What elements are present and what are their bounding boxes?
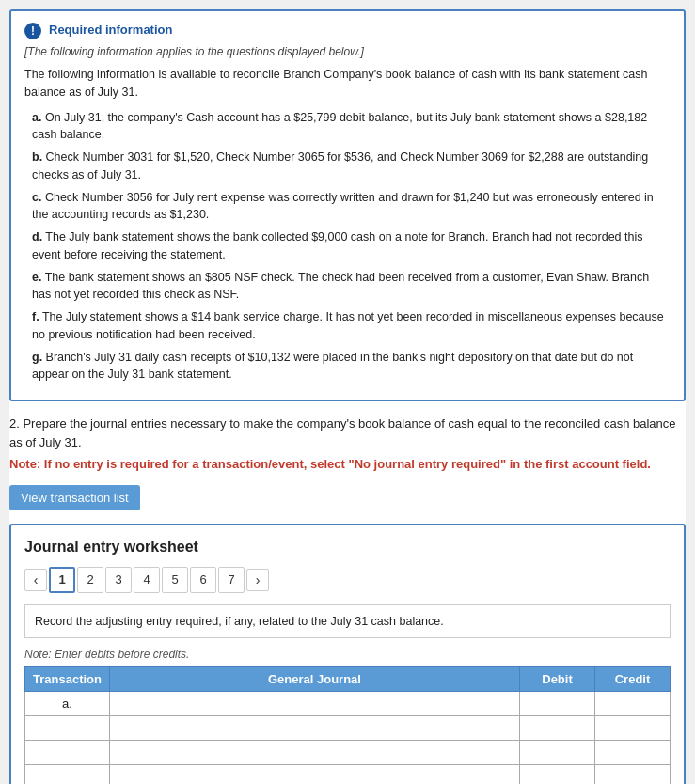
debit-input-cell-2[interactable] xyxy=(520,716,595,741)
journal-input-cell-4[interactable] xyxy=(109,765,519,784)
info-list: a. On July 31, the company's Cash accoun… xyxy=(24,109,671,384)
debit-input-cell-4[interactable] xyxy=(520,765,595,784)
credit-input-3[interactable] xyxy=(595,741,670,764)
credit-input-cell-1[interactable] xyxy=(595,692,671,716)
page-btn-1[interactable]: 1 xyxy=(49,567,75,593)
list-text-d: The July bank statement shows the bank c… xyxy=(32,230,642,261)
credit-input-cell-3[interactable] xyxy=(595,741,671,765)
table-row: a. xyxy=(25,692,671,716)
page-btn-6[interactable]: 6 xyxy=(190,567,216,593)
page-btn-4[interactable]: 4 xyxy=(134,567,160,593)
journal-input-cell-1[interactable] xyxy=(109,692,519,716)
col-credit: Credit xyxy=(595,667,671,692)
required-info-subtitle: [The following information applies to th… xyxy=(24,45,671,58)
debit-input-cell-3[interactable] xyxy=(520,741,595,765)
journal-input-cell-3[interactable] xyxy=(109,741,519,765)
credit-input-2[interactable] xyxy=(595,716,670,740)
col-transaction: Transaction xyxy=(25,667,110,692)
journal-input-cell-2[interactable] xyxy=(109,716,519,741)
pagination-prev[interactable]: ‹ xyxy=(24,569,47,591)
list-label-g: g. xyxy=(32,351,42,364)
col-debit: Debit xyxy=(520,667,595,692)
debit-input-3[interactable] xyxy=(520,741,594,764)
page-btn-2[interactable]: 2 xyxy=(77,567,103,593)
credit-input-4[interactable] xyxy=(595,765,670,784)
page-btn-5[interactable]: 5 xyxy=(162,567,188,593)
list-item: b. Check Number 3031 for $1,520, Check N… xyxy=(32,149,671,184)
journal-input-1[interactable] xyxy=(110,692,519,715)
table-row xyxy=(25,741,671,765)
trans-label-3 xyxy=(25,741,110,765)
col-general-journal: General Journal xyxy=(109,667,519,692)
list-text-c: Check Number 3056 for July rent expense … xyxy=(32,191,654,222)
page-btn-3[interactable]: 3 xyxy=(105,567,132,593)
list-item: g. Branch's July 31 daily cash receipts … xyxy=(32,349,671,384)
trans-label-4 xyxy=(25,765,110,784)
list-label-e: e. xyxy=(32,271,41,284)
credit-input-cell-2[interactable] xyxy=(595,716,671,741)
list-item: c. Check Number 3056 for July rent expen… xyxy=(32,189,671,225)
journal-input-4[interactable] xyxy=(110,765,519,784)
question-section: 2. Prepare the journal entries necessary… xyxy=(9,415,686,474)
list-text-g: Branch's July 31 daily cash receipts of … xyxy=(32,351,633,382)
debit-input-2[interactable] xyxy=(520,716,594,740)
journal-input-2[interactable] xyxy=(110,716,519,740)
pagination: ‹ 1 2 3 4 5 6 7 › xyxy=(24,567,671,593)
page-btn-7[interactable]: 7 xyxy=(218,567,245,593)
entry-note: Note: Enter debits before credits. xyxy=(24,648,671,661)
list-item: a. On July 31, the company's Cash accoun… xyxy=(32,109,671,145)
required-info-box: ! Required information [The following in… xyxy=(9,9,686,401)
info-icon: ! xyxy=(24,23,41,39)
list-label-c: c. xyxy=(32,191,41,204)
credit-input-cell-4[interactable] xyxy=(595,765,671,784)
worksheet-title: Journal entry worksheet xyxy=(24,539,671,556)
debit-input-cell-1[interactable] xyxy=(520,692,595,716)
journal-table: Transaction General Journal Debit Credit… xyxy=(24,666,671,784)
page-container: ! Required information [The following in… xyxy=(9,9,686,784)
list-text-a: On July 31, the company's Cash account h… xyxy=(32,111,647,142)
credit-input-1[interactable] xyxy=(595,692,670,715)
question-text: 2. Prepare the journal entries necessary… xyxy=(9,416,676,449)
required-info-header: ! Required information xyxy=(24,23,671,39)
pagination-next[interactable]: › xyxy=(246,569,269,591)
list-label-d: d. xyxy=(32,230,42,243)
debit-input-4[interactable] xyxy=(520,765,594,784)
table-row xyxy=(25,765,671,784)
journal-input-3[interactable] xyxy=(110,741,519,764)
trans-label-1: a. xyxy=(25,692,110,716)
list-text-e: The bank statement shows an $805 NSF che… xyxy=(32,271,649,302)
debit-input-1[interactable] xyxy=(520,692,594,715)
instruction-box: Record the adjusting entry required, if … xyxy=(24,604,671,639)
required-info-title: Required information xyxy=(49,23,172,37)
list-item: e. The bank statement shows an $805 NSF … xyxy=(32,269,671,305)
list-text-f: The July statement shows a $14 bank serv… xyxy=(32,310,664,341)
list-label-b: b. xyxy=(32,150,42,164)
list-text-b: Check Number 3031 for $1,520, Check Numb… xyxy=(32,150,648,181)
list-item: d. The July bank statement shows the ban… xyxy=(32,228,671,264)
trans-label-2 xyxy=(25,716,110,741)
list-label-f: f. xyxy=(32,310,39,323)
question-note: Note: If no entry is required for a tran… xyxy=(9,455,686,474)
list-item: f. The July statement shows a $14 bank s… xyxy=(32,308,671,344)
journal-worksheet: Journal entry worksheet ‹ 1 2 3 4 5 6 7 … xyxy=(9,524,686,785)
list-label-a: a. xyxy=(32,111,41,124)
table-row xyxy=(25,716,671,741)
view-transaction-button[interactable]: View transaction list xyxy=(9,485,140,510)
required-info-intro: The following information is available t… xyxy=(24,66,671,102)
